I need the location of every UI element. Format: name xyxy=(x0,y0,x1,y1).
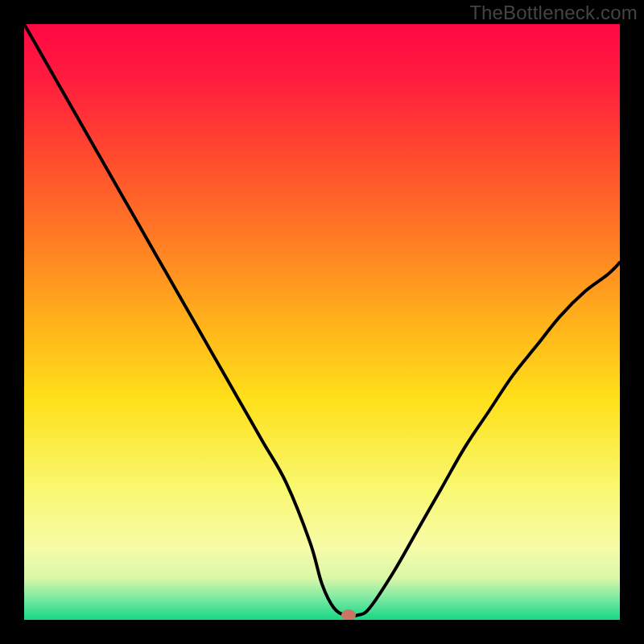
watermark-text: TheBottleneck.com xyxy=(469,2,638,24)
chart-frame: TheBottleneck.com xyxy=(0,0,644,644)
plot-area xyxy=(24,24,620,620)
bottleneck-curve xyxy=(24,24,620,620)
optimal-point-marker xyxy=(341,609,356,620)
